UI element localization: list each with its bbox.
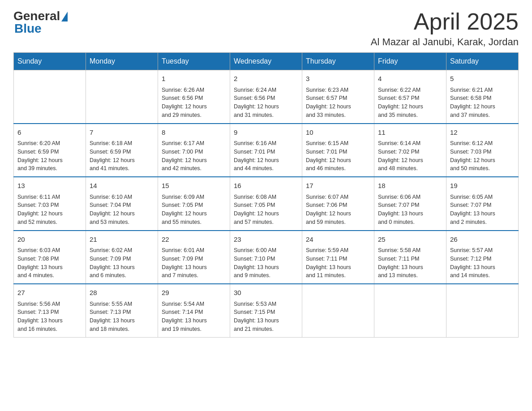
day-number: 29 — [162, 288, 226, 298]
calendar-cell: 25Sunrise: 5:58 AMSunset: 7:11 PMDayligh… — [374, 231, 446, 284]
calendar-cell: 3Sunrise: 6:23 AMSunset: 6:57 PMDaylight… — [302, 70, 374, 124]
day-number: 26 — [450, 235, 515, 245]
day-info: Sunrise: 6:18 AMSunset: 6:59 PMDaylight:… — [90, 139, 154, 173]
calendar-cell: 27Sunrise: 5:56 AMSunset: 7:13 PMDayligh… — [14, 284, 86, 337]
calendar-cell: 6Sunrise: 6:20 AMSunset: 6:59 PMDaylight… — [14, 124, 86, 177]
day-info: Sunrise: 6:06 AMSunset: 7:07 PMDaylight:… — [378, 193, 442, 227]
calendar-cell: 23Sunrise: 6:00 AMSunset: 7:10 PMDayligh… — [230, 231, 302, 284]
calendar-cell: 5Sunrise: 6:21 AMSunset: 6:58 PMDaylight… — [446, 70, 519, 124]
day-number: 14 — [90, 181, 154, 191]
calendar-cell: 15Sunrise: 6:09 AMSunset: 7:05 PMDayligh… — [158, 177, 230, 231]
day-number: 2 — [234, 74, 298, 84]
day-number: 15 — [162, 181, 226, 191]
week-row-4: 20Sunrise: 6:03 AMSunset: 7:08 PMDayligh… — [14, 231, 519, 284]
day-info: Sunrise: 6:21 AMSunset: 6:58 PMDaylight:… — [450, 86, 515, 120]
weekday-header-saturday: Saturday — [446, 53, 519, 70]
day-info: Sunrise: 6:17 AMSunset: 7:00 PMDaylight:… — [162, 139, 226, 173]
day-number: 1 — [162, 74, 226, 84]
calendar-cell: 16Sunrise: 6:08 AMSunset: 7:05 PMDayligh… — [230, 177, 302, 231]
calendar-cell: 30Sunrise: 5:53 AMSunset: 7:15 PMDayligh… — [230, 284, 302, 337]
calendar-cell: 7Sunrise: 6:18 AMSunset: 6:59 PMDaylight… — [86, 124, 158, 177]
logo: General Blue — [13, 9, 68, 36]
day-number: 5 — [450, 74, 515, 84]
day-info: Sunrise: 6:20 AMSunset: 6:59 PMDaylight:… — [17, 139, 82, 173]
day-info: Sunrise: 6:00 AMSunset: 7:10 PMDaylight:… — [234, 246, 298, 280]
calendar-cell: 17Sunrise: 6:07 AMSunset: 7:06 PMDayligh… — [302, 177, 374, 231]
calendar-cell: 19Sunrise: 6:05 AMSunset: 7:07 PMDayligh… — [446, 177, 519, 231]
day-number: 8 — [162, 128, 226, 138]
day-info: Sunrise: 5:54 AMSunset: 7:14 PMDaylight:… — [162, 300, 226, 334]
calendar-table: SundayMondayTuesdayWednesdayThursdayFrid… — [13, 52, 519, 338]
day-number: 28 — [90, 288, 154, 298]
day-info: Sunrise: 6:23 AMSunset: 6:57 PMDaylight:… — [306, 86, 370, 120]
weekday-header-monday: Monday — [86, 53, 158, 70]
day-number: 25 — [378, 235, 442, 245]
day-info: Sunrise: 6:05 AMSunset: 7:07 PMDaylight:… — [450, 193, 515, 227]
calendar-cell: 4Sunrise: 6:22 AMSunset: 6:57 PMDaylight… — [374, 70, 446, 124]
day-info: Sunrise: 5:53 AMSunset: 7:15 PMDaylight:… — [234, 300, 298, 334]
calendar-cell: 26Sunrise: 5:57 AMSunset: 7:12 PMDayligh… — [446, 231, 519, 284]
day-info: Sunrise: 6:10 AMSunset: 7:04 PMDaylight:… — [90, 193, 154, 227]
day-info: Sunrise: 6:07 AMSunset: 7:06 PMDaylight:… — [306, 193, 370, 227]
day-number: 4 — [378, 74, 442, 84]
calendar-cell — [14, 70, 86, 124]
weekday-header-row: SundayMondayTuesdayWednesdayThursdayFrid… — [14, 53, 519, 70]
calendar-cell: 1Sunrise: 6:26 AMSunset: 6:56 PMDaylight… — [158, 70, 230, 124]
calendar-cell: 21Sunrise: 6:02 AMSunset: 7:09 PMDayligh… — [86, 231, 158, 284]
calendar-cell: 12Sunrise: 6:12 AMSunset: 7:03 PMDayligh… — [446, 124, 519, 177]
calendar-cell: 9Sunrise: 6:16 AMSunset: 7:01 PMDaylight… — [230, 124, 302, 177]
calendar-cell — [374, 284, 446, 337]
calendar-cell — [86, 70, 158, 124]
calendar-cell: 8Sunrise: 6:17 AMSunset: 7:00 PMDaylight… — [158, 124, 230, 177]
day-info: Sunrise: 5:56 AMSunset: 7:13 PMDaylight:… — [17, 300, 82, 334]
day-number: 11 — [378, 128, 442, 138]
day-number: 13 — [17, 181, 82, 191]
calendar-cell: 11Sunrise: 6:14 AMSunset: 7:02 PMDayligh… — [374, 124, 446, 177]
calendar-cell: 28Sunrise: 5:55 AMSunset: 7:13 PMDayligh… — [86, 284, 158, 337]
calendar-cell: 20Sunrise: 6:03 AMSunset: 7:08 PMDayligh… — [14, 231, 86, 284]
day-number: 22 — [162, 235, 226, 245]
week-row-2: 6Sunrise: 6:20 AMSunset: 6:59 PMDaylight… — [14, 124, 519, 177]
weekday-header-friday: Friday — [374, 53, 446, 70]
calendar-cell — [446, 284, 519, 337]
day-info: Sunrise: 6:14 AMSunset: 7:02 PMDaylight:… — [378, 139, 442, 173]
day-info: Sunrise: 6:08 AMSunset: 7:05 PMDaylight:… — [234, 193, 298, 227]
day-number: 3 — [306, 74, 370, 84]
week-row-3: 13Sunrise: 6:11 AMSunset: 7:03 PMDayligh… — [14, 177, 519, 231]
weekday-header-tuesday: Tuesday — [158, 53, 230, 70]
day-info: Sunrise: 6:01 AMSunset: 7:09 PMDaylight:… — [162, 246, 226, 280]
day-number: 21 — [90, 235, 154, 245]
day-number: 19 — [450, 181, 515, 191]
calendar-cell: 14Sunrise: 6:10 AMSunset: 7:04 PMDayligh… — [86, 177, 158, 231]
calendar-cell: 22Sunrise: 6:01 AMSunset: 7:09 PMDayligh… — [158, 231, 230, 284]
day-number: 6 — [17, 128, 82, 138]
calendar-cell: 2Sunrise: 6:24 AMSunset: 6:56 PMDaylight… — [230, 70, 302, 124]
day-info: Sunrise: 6:26 AMSunset: 6:56 PMDaylight:… — [162, 86, 226, 120]
location-text: Al Mazar al Janubi, Karak, Jordan — [371, 36, 519, 48]
week-row-1: 1Sunrise: 6:26 AMSunset: 6:56 PMDaylight… — [14, 70, 519, 124]
day-info: Sunrise: 5:55 AMSunset: 7:13 PMDaylight:… — [90, 300, 154, 334]
day-info: Sunrise: 6:16 AMSunset: 7:01 PMDaylight:… — [234, 139, 298, 173]
day-number: 16 — [234, 181, 298, 191]
day-info: Sunrise: 5:59 AMSunset: 7:11 PMDaylight:… — [306, 246, 370, 280]
calendar-cell: 10Sunrise: 6:15 AMSunset: 7:01 PMDayligh… — [302, 124, 374, 177]
day-number: 23 — [234, 235, 298, 245]
day-number: 18 — [378, 181, 442, 191]
weekday-header-wednesday: Wednesday — [230, 53, 302, 70]
day-info: Sunrise: 5:58 AMSunset: 7:11 PMDaylight:… — [378, 246, 442, 280]
day-info: Sunrise: 6:15 AMSunset: 7:01 PMDaylight:… — [306, 139, 370, 173]
day-number: 27 — [17, 288, 82, 298]
calendar-cell: 13Sunrise: 6:11 AMSunset: 7:03 PMDayligh… — [14, 177, 86, 231]
day-number: 30 — [234, 288, 298, 298]
logo-triangle-icon — [61, 12, 68, 21]
logo-blue-text: Blue — [13, 21, 42, 36]
day-number: 12 — [450, 128, 515, 138]
day-number: 9 — [234, 128, 298, 138]
weekday-header-sunday: Sunday — [14, 53, 86, 70]
calendar-cell: 18Sunrise: 6:06 AMSunset: 7:07 PMDayligh… — [374, 177, 446, 231]
month-title: April 2025 — [371, 9, 519, 34]
day-info: Sunrise: 6:12 AMSunset: 7:03 PMDaylight:… — [450, 139, 515, 173]
day-info: Sunrise: 6:02 AMSunset: 7:09 PMDaylight:… — [90, 246, 154, 280]
day-number: 20 — [17, 235, 82, 245]
weekday-header-thursday: Thursday — [302, 53, 374, 70]
